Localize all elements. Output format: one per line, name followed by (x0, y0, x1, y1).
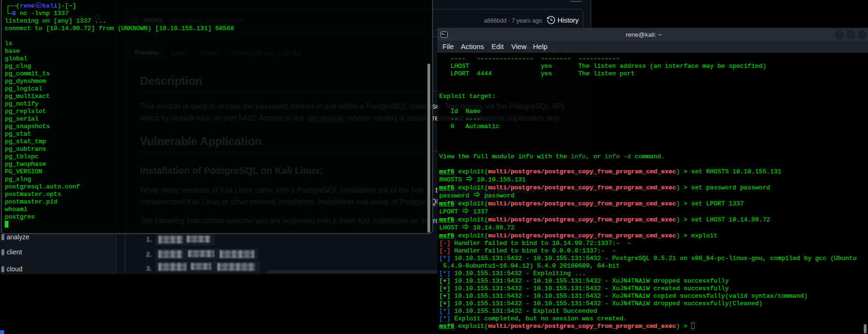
svg-text:K: K (37, 3, 40, 8)
